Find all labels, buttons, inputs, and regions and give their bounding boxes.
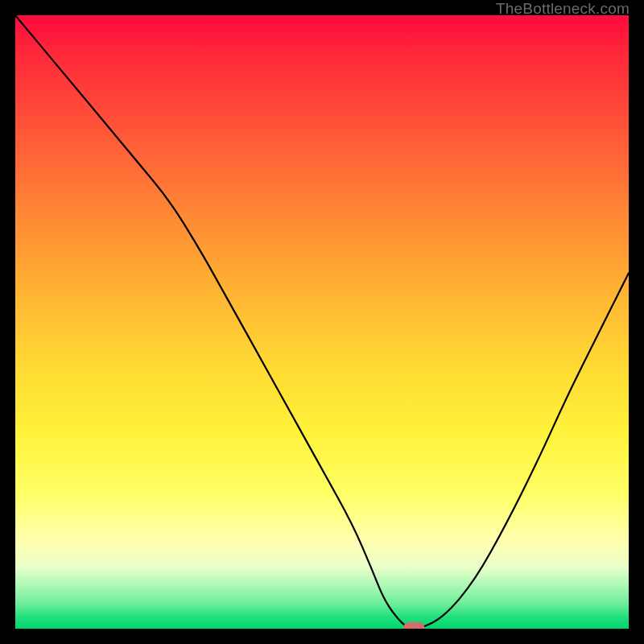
bottleneck-curve — [15, 15, 629, 629]
chart-svg — [15, 15, 629, 629]
plot-area — [15, 15, 629, 629]
minimum-marker — [403, 622, 424, 629]
chart-frame: TheBottleneck.com — [0, 0, 644, 644]
watermark-text: TheBottleneck.com — [496, 0, 630, 18]
